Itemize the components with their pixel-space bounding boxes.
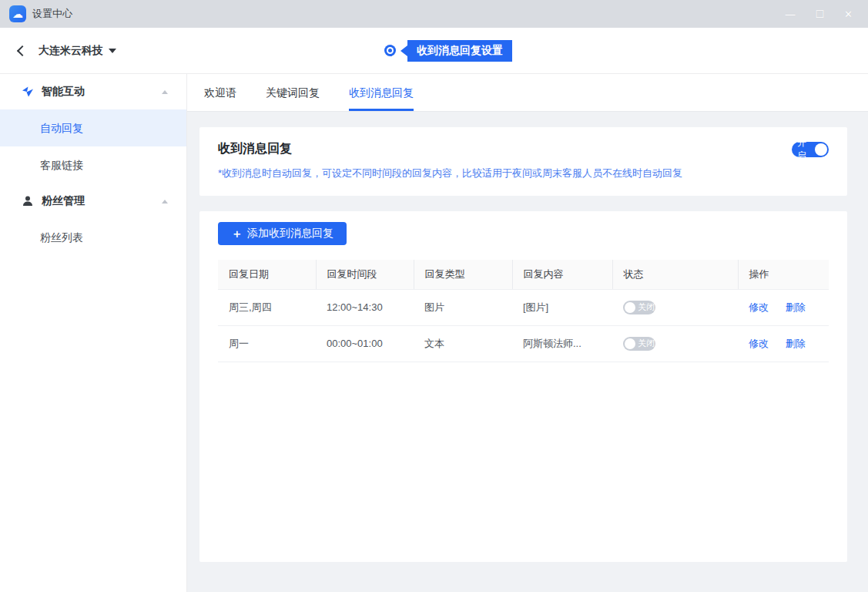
sidebar-item-service-link[interactable]: 客服链接 (0, 146, 186, 183)
tab-welcome-message[interactable]: 欢迎语 (204, 74, 236, 111)
reply-settings-card: 收到消息回复 开启 *收到消息时自动回复，可设定不同时间段的回复内容，比较适用于… (199, 127, 847, 196)
collapse-icon[interactable] (162, 200, 168, 204)
dropdown-icon (109, 49, 116, 53)
col-actions: 操作 (738, 260, 829, 289)
tab-received-message-reply[interactable]: 收到消息回复 (349, 74, 414, 111)
col-reply-date: 回复日期 (218, 260, 316, 289)
app-title: 设置中心 (32, 7, 72, 21)
toggle-off-label: 关闭 (638, 338, 655, 349)
col-reply-content: 回复内容 (512, 260, 612, 289)
tab-keyword-reply[interactable]: 关键词回复 (266, 74, 320, 111)
delete-link[interactable]: 删除 (786, 301, 806, 313)
toggle-knob (625, 338, 635, 349)
status-toggle-off[interactable]: 关闭 (623, 301, 655, 314)
company-name: 大连米云科技 (39, 44, 103, 58)
panel-description: *收到消息时自动回复，可设定不同时间段的回复内容，比较适用于夜间或周末客服人员不… (218, 166, 829, 180)
account-switcher[interactable]: 大连米云科技 (39, 44, 116, 58)
app-window: ☁ 设置中心 — ☐ ✕ 大连米云科技 收到消息回复设置 (0, 0, 868, 592)
maximize-icon[interactable]: ☐ (815, 9, 824, 19)
edit-link[interactable]: 修改 (749, 301, 769, 313)
delete-link[interactable]: 删除 (786, 338, 806, 349)
minimize-icon[interactable]: — (785, 9, 795, 19)
collapse-icon[interactable] (162, 90, 168, 94)
toggle-on-label: 开启 (797, 136, 815, 163)
col-status: 状态 (612, 260, 738, 289)
main-area: 欢迎语 关键词回复 收到消息回复 收到消息回复 开启 *收到消息时自动回复，可设… (187, 74, 868, 592)
title-bar: ☁ 设置中心 — ☐ ✕ (0, 0, 868, 28)
page-header: 大连米云科技 收到消息回复设置 (0, 28, 868, 74)
sidebar-item-auto-reply[interactable]: 自动回复 (0, 109, 186, 146)
toggle-knob (625, 302, 635, 313)
sidebar-group-smart-interaction[interactable]: 智能互动 (0, 74, 186, 109)
callout-arrow-icon (400, 45, 407, 56)
feature-toggle-on[interactable]: 开启 (792, 142, 829, 157)
app-logo-icon: ☁ (9, 5, 26, 22)
cell-reply-content: [图片] (512, 289, 612, 325)
close-icon[interactable]: ✕ (844, 9, 853, 19)
callout-annotation: 收到消息回复设置 (384, 40, 512, 62)
table-row: 周三,周四 12:00~14:30 图片 [图片] 关闭 (218, 289, 829, 325)
plus-icon: ＋ (231, 227, 243, 241)
target-dot-icon (384, 45, 396, 56)
toggle-knob (815, 143, 827, 156)
col-reply-period: 回复时间段 (316, 260, 414, 289)
back-icon[interactable] (17, 45, 28, 56)
add-reply-button[interactable]: ＋ 添加收到消息回复 (218, 222, 347, 245)
callout-label: 收到消息回复设置 (407, 40, 512, 62)
cell-reply-type: 文本 (414, 325, 512, 362)
cell-reply-period: 12:00~14:30 (316, 289, 414, 325)
sidebar-group-fans[interactable]: 粉丝管理 (0, 183, 186, 219)
table-header-row: 回复日期 回复时间段 回复类型 回复内容 状态 操作 (218, 260, 829, 289)
cell-reply-content: 阿斯顿法师... (512, 325, 612, 362)
table-row: 周一 00:00~01:00 文本 阿斯顿法师... 关闭 (218, 325, 829, 362)
panel-title: 收到消息回复 (218, 141, 292, 157)
cell-reply-date: 周三,周四 (218, 289, 316, 325)
smart-interaction-icon (22, 86, 34, 98)
sidebar-item-fans-list[interactable]: 粉丝列表 (0, 219, 186, 256)
col-reply-type: 回复类型 (414, 260, 512, 289)
cell-reply-date: 周一 (218, 325, 316, 362)
sidebar: 智能互动 自动回复 客服链接 粉丝管理 粉丝列表 (0, 74, 187, 592)
cell-reply-period: 00:00~01:00 (316, 325, 414, 362)
content-area: 收到消息回复 开启 *收到消息时自动回复，可设定不同时间段的回复内容，比较适用于… (187, 112, 868, 592)
reply-table: 回复日期 回复时间段 回复类型 回复内容 状态 操作 周三,周四 (218, 260, 829, 362)
window-controls: — ☐ ✕ (785, 9, 859, 19)
add-reply-button-label: 添加收到消息回复 (247, 227, 333, 240)
tab-bar: 欢迎语 关键词回复 收到消息回复 (187, 74, 868, 112)
status-toggle-off[interactable]: 关闭 (623, 337, 655, 351)
reply-list-card: ＋ 添加收到消息回复 回复日期 回复时间段 回复类型 (199, 211, 847, 562)
edit-link[interactable]: 修改 (749, 338, 769, 349)
sidebar-group-label: 粉丝管理 (42, 194, 85, 208)
sidebar-group-label: 智能互动 (42, 85, 85, 99)
fans-icon (22, 195, 34, 207)
toggle-off-label: 关闭 (638, 301, 655, 313)
cell-reply-type: 图片 (414, 289, 512, 325)
